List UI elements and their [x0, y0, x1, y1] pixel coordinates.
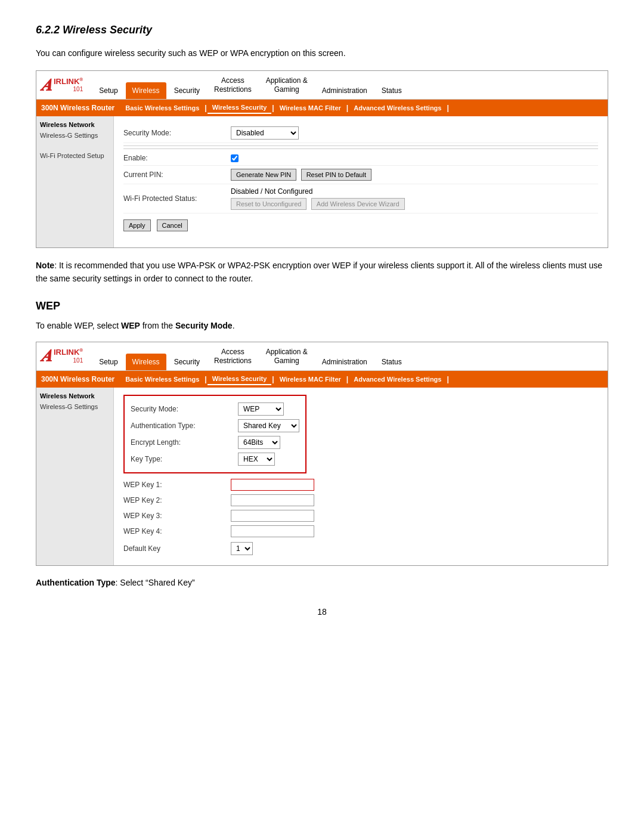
tab-wireless-1[interactable]: Wireless	[126, 82, 166, 99]
tab-setup-2[interactable]: Setup	[92, 354, 124, 370]
wep-security-mode-row: Security Mode: WEP Disabled	[131, 401, 299, 417]
apply-row-1: Apply Cancel	[123, 213, 598, 234]
default-key-row: Default Key 1 2 3 4	[123, 539, 598, 558]
note-paragraph: Note: It is recommended that you use WPA…	[36, 259, 608, 286]
intro-text: You can configure wireless security such…	[36, 47, 608, 60]
orange-bar-1: 300N Wireless Router Basic Wireless Sett…	[36, 100, 608, 116]
sidebar-item-wireless-g-1[interactable]: Wireless-G Settings	[40, 131, 110, 140]
router-brand-label-1: 300N Wireless Router	[41, 104, 114, 112]
wps-status-value: Disabled / Not Configured Reset to Uncon…	[231, 187, 598, 210]
tab-status-2[interactable]: Status	[375, 354, 408, 370]
subtab-wireless-security-1[interactable]: Wireless Security	[208, 102, 272, 114]
default-key-select[interactable]: 1 2 3 4	[231, 542, 253, 555]
subtab-mac-filter-2[interactable]: Wireless MAC Filter	[275, 374, 346, 385]
wep-key2-label: WEP Key 2:	[123, 496, 231, 504]
generate-pin-button[interactable]: Generate New PIN	[231, 169, 296, 181]
wps-enable-checkbox[interactable]	[231, 154, 239, 162]
key-type-value: HEX ASCII	[238, 453, 299, 466]
auth-type-detail: : Select “Shared Key”	[116, 578, 195, 587]
encrypt-length-label: Encrypt Length:	[131, 438, 238, 447]
wep-key3-input[interactable]	[231, 510, 314, 522]
wps-action-buttons: Reset to Unconfigured Add Wireless Devic…	[231, 198, 598, 210]
wep-security-mode-select[interactable]: WEP Disabled	[238, 402, 284, 416]
encrypt-length-select[interactable]: 64Bits 128Bits	[238, 436, 280, 449]
logo-irlink-text-2: IRLINK®	[54, 348, 83, 357]
wep-intro: To enable WEP, select WEP from the Secur…	[36, 320, 608, 332]
tab-admin-2[interactable]: Administration	[315, 354, 374, 370]
tab-status-1[interactable]: Status	[375, 82, 408, 99]
wep-security-mode-label: Security Mode:	[131, 405, 238, 413]
wep-key1-input[interactable]	[231, 479, 314, 491]
add-device-wizard-button[interactable]: Add Wireless Device Wizard	[311, 198, 405, 210]
reset-pin-button[interactable]: Reset PIN to Default	[301, 169, 371, 181]
tab-admin-1[interactable]: Administration	[315, 82, 374, 99]
sidebar-item-wps-1[interactable]: Wi-Fi Protected Setup	[40, 151, 110, 160]
wep-title: WEP	[36, 300, 608, 312]
wep-key4-value	[231, 525, 598, 537]
security-mode-label: Security Mode:	[123, 129, 231, 137]
sidebar-heading-wireless-1: Wireless Network	[40, 121, 110, 128]
sidebar-item-wireless-g-2[interactable]: Wireless-G Settings	[40, 402, 110, 411]
section-title: 6.2.2 Wireless Security	[36, 24, 608, 36]
auth-type-label: Authentication Type:	[131, 422, 238, 430]
wep-highlight-box: Security Mode: WEP Disabled Authenticati…	[123, 395, 306, 473]
nav-tabs-1: Setup Wireless Security AccessAccess Res…	[92, 71, 603, 99]
security-mode-select[interactable]: Disabled WEP WPA Personal WPA2 Personal	[231, 126, 299, 140]
logo-irlink-2: IRLINK® 101	[54, 348, 83, 364]
router-content-1: Wireless Network Wireless-G Settings Wi-…	[36, 116, 608, 247]
logo-irlink-text-1: IRLINK®	[54, 78, 83, 86]
wep-key1-value	[231, 479, 598, 491]
tab-security-2[interactable]: Security	[168, 354, 206, 370]
wep-security-mode-value: WEP Disabled	[238, 402, 299, 416]
router-sidebar-2: Wireless Network Wireless-G Settings	[36, 388, 114, 565]
wep-key2-input[interactable]	[231, 494, 314, 506]
router-logo-2: 𝑨 IRLINK® 101	[41, 342, 83, 370]
wep-key1-row: WEP Key 1:	[123, 477, 598, 493]
router-ui-box-2: 𝑨 IRLINK® 101 Setup Wireless Security Ac…	[36, 342, 608, 566]
auth-type-value: Shared Key Open System	[238, 419, 299, 432]
cancel-button-1[interactable]: Cancel	[157, 219, 188, 231]
apply-button-1[interactable]: Apply	[123, 219, 151, 231]
subtab-basic-1[interactable]: Basic Wireless Settings	[120, 103, 204, 113]
tab-access-2[interactable]: AccessRestrictions	[208, 343, 258, 370]
router-main-2: Security Mode: WEP Disabled Authenticati…	[114, 388, 608, 565]
nav-tabs-2: Setup Wireless Security AccessRestrictio…	[92, 342, 603, 370]
wep-bold-2: Security Mode	[175, 321, 233, 330]
subtab-wireless-security-2[interactable]: Wireless Security	[208, 373, 272, 385]
tab-security-1[interactable]: Security	[168, 82, 206, 99]
tab-appgaming-1[interactable]: Application &Gaming	[259, 72, 314, 99]
auth-type-row: Authentication Type: Shared Key Open Sys…	[131, 417, 299, 434]
subtab-basic-2[interactable]: Basic Wireless Settings	[120, 374, 204, 385]
wps-enable-row: Enable:	[123, 148, 598, 166]
encrypt-length-row: Encrypt Length: 64Bits 128Bits	[131, 434, 299, 451]
router-nav-2: 𝑨 IRLINK® 101 Setup Wireless Security Ac…	[36, 342, 608, 371]
tab-setup-1[interactable]: Setup	[92, 82, 124, 99]
default-key-label: Default Key	[123, 544, 231, 553]
wps-checkbox-area	[231, 154, 598, 162]
logo-irlink-1: IRLINK® 101	[54, 78, 83, 93]
sidebar-heading-wireless-2: Wireless Network	[40, 392, 110, 400]
wps-pin-label: Current PIN:	[123, 171, 231, 179]
tab-appgaming-2[interactable]: Application &Gaming	[259, 343, 314, 370]
router-nav-1: 𝑨 IRLINK® 101 Setup Wireless Security Ac…	[36, 71, 608, 100]
auth-type-text: Authentication Type: Select “Shared Key”	[36, 577, 608, 589]
subtab-mac-filter-1[interactable]: Wireless MAC Filter	[275, 103, 346, 113]
auth-type-select[interactable]: Shared Key Open System	[238, 419, 299, 432]
wps-pin-value: Generate New PIN Reset PIN to Default	[231, 169, 598, 181]
wps-status-text: Disabled / Not Configured	[231, 187, 598, 196]
wep-key4-input[interactable]	[231, 525, 314, 537]
tab-access-1[interactable]: AccessAccess RestrictionsRestrictions	[208, 72, 258, 99]
logo-a-1: 𝑨	[41, 77, 52, 94]
subtab-advanced-1[interactable]: Advanced Wireless Settings	[349, 103, 446, 113]
encrypt-length-value: 64Bits 128Bits	[238, 436, 299, 449]
wep-key3-row: WEP Key 3:	[123, 508, 598, 524]
reset-unconfigured-button[interactable]: Reset to Unconfigured	[231, 198, 306, 210]
tab-wireless-2[interactable]: Wireless	[126, 354, 166, 370]
router-content-2: Wireless Network Wireless-G Settings Sec…	[36, 388, 608, 565]
subtab-advanced-2[interactable]: Advanced Wireless Settings	[349, 374, 446, 385]
divider-1	[123, 145, 598, 146]
key-type-select[interactable]: HEX ASCII	[238, 453, 275, 466]
router-ui-box-1: 𝑨 IRLINK® 101 Setup Wireless Security Ac…	[36, 70, 608, 248]
note-text: : It is recommended that you use WPA-PSK…	[36, 261, 602, 283]
security-mode-value: Disabled WEP WPA Personal WPA2 Personal	[231, 126, 598, 140]
